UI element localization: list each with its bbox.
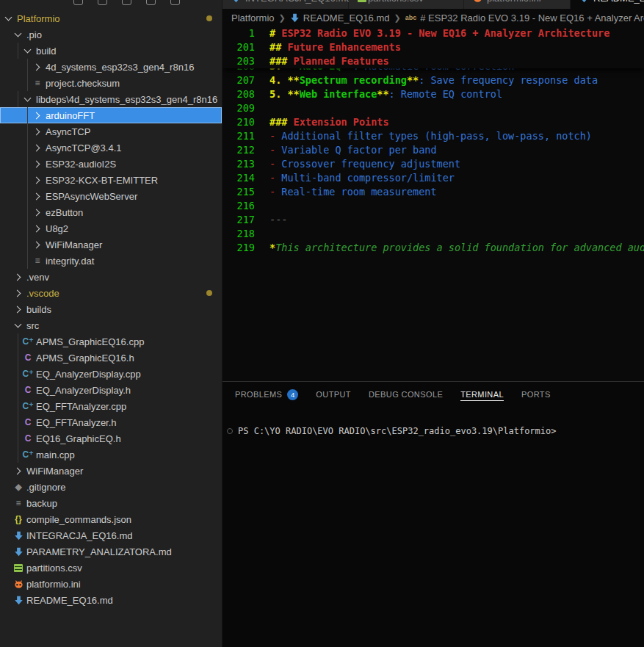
file-lines-icon: ≡ xyxy=(12,497,24,509)
tree-item-esp32-audioi2s[interactable]: ESP32-audioI2S xyxy=(0,156,222,172)
tree-item-apms-graphiceq16-cpp[interactable]: C⁺APMS_GraphicEQ16.cpp xyxy=(0,333,222,350)
tree-item-label: ESPAsyncWebServer xyxy=(46,191,137,202)
tree-item-label: APMS_GraphicEQ16.h xyxy=(36,353,134,364)
tree-item-partitions-csv[interactable]: partitions.csv xyxy=(0,560,222,576)
code-line-218: 218 xyxy=(222,227,644,241)
tree-item-platformio-ini[interactable]: platformio.ini xyxy=(0,576,222,592)
panel-tab-output[interactable]: OUTPUT xyxy=(316,382,351,407)
tree-item-label: AsyncTCP xyxy=(46,126,90,137)
indent-guide xyxy=(27,156,28,172)
tree-item-project-checksum[interactable]: ≡project.checksum xyxy=(0,75,222,91)
markdown-arrow-icon xyxy=(12,546,24,557)
editor-tab-integracja_eq16.md[interactable]: INTEGRACJA_EQ16.md xyxy=(222,0,349,9)
tree-item-label: APMS_GraphicEQ16.cpp xyxy=(36,336,144,347)
line-number: 210 xyxy=(222,115,255,129)
breadcrumb-folder[interactable]: Platformio xyxy=(231,12,275,24)
chevron-right-icon xyxy=(32,126,43,137)
tree-item-readme-eq16-md[interactable]: README_EQ16.md xyxy=(0,592,222,608)
tree-item-label: backup xyxy=(26,498,57,509)
code-line-208: 2085. **Web interface**: Remote EQ contr… xyxy=(222,87,644,101)
indent-guide xyxy=(18,350,18,366)
tree-item-label: .vscode xyxy=(26,288,59,299)
tree-item-eq16-graphiceq-h[interactable]: CEQ16_GraphicEQ.h xyxy=(0,430,222,447)
tree-item-asynctcp[interactable]: AsyncTCP xyxy=(0,123,222,140)
tree-item-label: ESP32-KCX-BT-EMITTER xyxy=(46,175,158,186)
git-modified-dot xyxy=(206,290,212,296)
line-number: 218 xyxy=(222,227,255,241)
tree-item-wifimanager[interactable]: WiFiManager xyxy=(0,236,222,253)
collapse-all-icon[interactable] xyxy=(146,0,156,5)
git-ignore-icon: ◆ xyxy=(12,481,24,493)
editor-tab-platformio.ini[interactable]: platformio.ini xyxy=(464,0,571,9)
editor[interactable]: 1# ESP32 Radio EVO 3.19 - New EQ16 + Ana… xyxy=(222,26,644,381)
json-braces-icon: {} xyxy=(12,513,24,525)
tree-item-parametry-analizatora-md[interactable]: PARAMETRY_ANALIZATORA.md xyxy=(0,543,222,560)
tree-item--gitignore[interactable]: ◆.gitignore xyxy=(0,479,222,495)
tree-item-label: arduinoFFT xyxy=(46,110,95,121)
tree-item--venv[interactable]: .venv xyxy=(0,269,222,285)
indent-guide xyxy=(27,220,28,236)
tree-item-asynctcp-3-4-1[interactable]: AsyncTCP@3.4.1 xyxy=(0,140,222,156)
chevron-right-icon xyxy=(32,206,43,218)
refresh-icon[interactable] xyxy=(122,0,131,5)
tree-item-label: .venv xyxy=(26,272,49,283)
terminal-content[interactable]: PS C:\YO RADIO\EVO RADIO\src\ESP32_radio… xyxy=(222,407,644,647)
platformio-alien-icon xyxy=(471,0,483,4)
tree-item--vscode[interactable]: .vscode xyxy=(0,285,222,301)
tree-item-builds[interactable]: builds xyxy=(0,301,222,317)
chevron-right-icon xyxy=(32,61,43,73)
chevron-down-icon xyxy=(12,319,24,331)
new-folder-icon[interactable] xyxy=(98,0,107,5)
symbol-text-icon: abc xyxy=(405,14,417,21)
markdown-arrow-icon xyxy=(230,0,242,4)
tree-item-label: WiFiManager xyxy=(26,466,83,477)
breadcrumb-file[interactable]: README_EQ16.md xyxy=(303,12,390,24)
tree-item-u8g2[interactable]: U8g2 xyxy=(0,220,222,236)
line-number: 207 xyxy=(222,73,255,87)
tree-item-eq-fftanalyzer-h[interactable]: CEQ_FFTAnalyzer.h xyxy=(0,414,222,430)
editor-tab-readme_eq16.md[interactable]: README_EQ16.md xyxy=(571,0,644,9)
tree-item-label: project.checksum xyxy=(46,78,120,89)
breadcrumb-symbol[interactable]: # ESP32 Radio EVO 3.19 - New EQ16 + Anal… xyxy=(420,12,644,24)
tree-item-src[interactable]: src xyxy=(0,317,222,333)
panel-tab-problems[interactable]: PROBLEMS4 xyxy=(235,382,298,407)
tree-item-wifimanager[interactable]: WiFiManager xyxy=(0,463,222,479)
panel-tab-terminal[interactable]: TERMINAL xyxy=(460,382,504,407)
tree-item-eq-analyzerdisplay-cpp[interactable]: C⁺EQ_AnalyzerDisplay.cpp xyxy=(0,366,222,382)
tree-item-arduinofft[interactable]: arduinoFFT xyxy=(0,107,222,123)
tree-item-integrity-dat[interactable]: ≡integrity.dat xyxy=(0,253,222,269)
markdown-arrow-icon xyxy=(12,594,24,606)
panel-tab-ports[interactable]: PORTS xyxy=(521,382,551,407)
file-lines-icon: ≡ xyxy=(32,77,43,89)
tree-item-eq-fftanalyzer-cpp[interactable]: C⁺EQ_FFTAnalyzer.cpp xyxy=(0,398,222,414)
line-number: 214 xyxy=(222,171,255,185)
tree-item-label: ezButton xyxy=(46,207,83,218)
chevron-right-icon xyxy=(32,174,43,186)
markdown-file-icon xyxy=(290,12,300,24)
tree-item-label: EQ_AnalyzerDisplay.h xyxy=(36,385,131,396)
tree-item--pio[interactable]: .pio xyxy=(0,26,222,43)
tree-item-backup[interactable]: ≡backup xyxy=(0,495,222,511)
tree-item-label: .pio xyxy=(26,29,42,40)
new-file-icon[interactable] xyxy=(73,0,83,5)
tree-item-apms-graphiceq16-h[interactable]: CAPMS_GraphicEQ16.h xyxy=(0,350,222,366)
panel-tab-debug-console[interactable]: DEBUG CONSOLE xyxy=(369,382,443,407)
chevron-right-icon xyxy=(12,271,24,283)
tree-item-label: main.cpp xyxy=(36,449,75,460)
more-actions-icon[interactable] xyxy=(170,0,180,5)
tree-item-build[interactable]: build xyxy=(0,43,222,59)
tree-item-espasyncwebserver[interactable]: ESPAsyncWebServer xyxy=(0,188,222,204)
tree-item-4d-systems-esp32s3-gen4-r8n16[interactable]: 4d_systems_esp32s3_gen4_r8n16 xyxy=(0,59,222,75)
tree-item-eq-analyzerdisplay-h[interactable]: CEQ_AnalyzerDisplay.h xyxy=(0,382,222,398)
editor-tab-bar[interactable]: INTEGRACJA_EQ16.mdpartitions.csvplatform… xyxy=(222,0,644,9)
tree-item-platformio[interactable]: Platformio xyxy=(0,10,222,26)
tree-item-main-cpp[interactable]: C⁺main.cpp xyxy=(0,447,222,463)
tree-item-compile-commands-json[interactable]: {}compile_commands.json xyxy=(0,511,222,527)
editor-tab-partitions.csv[interactable]: partitions.csv xyxy=(349,0,464,9)
tree-item-ezbutton[interactable]: ezButton xyxy=(0,204,222,220)
tree-item-esp32-kcx-bt-emitter[interactable]: ESP32-KCX-BT-EMITTER xyxy=(0,172,222,188)
tree-item-label: EQ16_GraphicEQ.h xyxy=(36,433,121,444)
tree-item-integracja-eq16-md[interactable]: INTEGRACJA_EQ16.md xyxy=(0,527,222,543)
tree-item-label: ESP32-audioI2S xyxy=(46,159,116,170)
tree-item-libdeps-4d-systems-esp32s3-gen4-r8n16[interactable]: libdeps\4d_systems_esp32s3_gen4_r8n16 xyxy=(0,91,222,107)
